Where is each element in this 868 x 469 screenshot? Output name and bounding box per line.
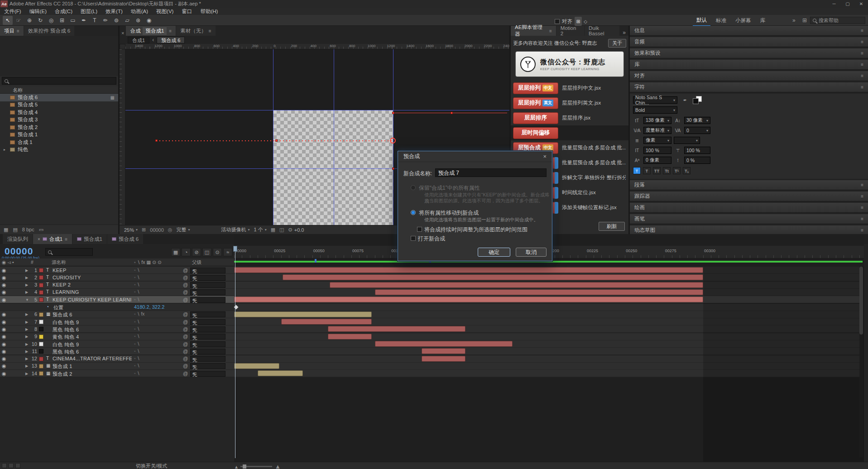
layer-switches[interactable]: ◦ ∖ [134, 268, 140, 273]
pickwhip-icon[interactable]: @ [183, 334, 188, 339]
bit-depth-label[interactable]: 8 bpc [22, 227, 34, 232]
faux-style-button[interactable]: Tt [663, 167, 671, 174]
dialog-title-bar[interactable]: 预合成 × [398, 151, 552, 162]
label-color-swatch[interactable] [39, 297, 43, 302]
pickwhip-icon[interactable]: @ [183, 268, 188, 273]
layer-name[interactable]: 黑色 纯色 6 [53, 326, 79, 333]
toggle-switches-modes-button[interactable]: 切换开关/模式 [136, 463, 167, 469]
layer-row[interactable]: ◉▶14▦预合成 2◦ ∖@无▾ [0, 370, 234, 377]
expand-arrow-icon[interactable]: ▶ [25, 342, 28, 346]
workspace-tab[interactable]: 库 [757, 15, 769, 26]
eraser-tool-icon[interactable]: ▱ [122, 16, 132, 25]
label-color-swatch[interactable] [39, 283, 43, 287]
parent-select[interactable]: 无▾ [190, 289, 225, 295]
rotation-tool-icon[interactable]: ↻ [35, 16, 45, 25]
layer-row[interactable]: ◉▶10白色 纯色 9◦ ∖@无▾ [0, 340, 234, 348]
faux-style-button[interactable]: T [643, 167, 651, 174]
layer-switches[interactable]: ◦ ∖ [134, 371, 140, 376]
expand-arrow-icon[interactable]: ▶ [25, 312, 28, 316]
guide-line[interactable] [273, 49, 273, 225]
font-size-select[interactable]: 138 像素▾ [643, 117, 671, 124]
layer-duration-bar[interactable] [422, 348, 465, 354]
zoom-slider-thumb[interactable] [243, 464, 246, 469]
panel-画笔[interactable]: 画笔≡ [630, 214, 868, 224]
pickwhip-icon[interactable]: @ [183, 326, 188, 332]
script-filename[interactable]: 层层排序.jsx [562, 115, 590, 121]
magnification-select[interactable]: 25%▾ [124, 227, 138, 233]
visibility-eye-icon[interactable]: ◉ [2, 356, 6, 362]
project-item[interactable]: 预合成 2 [0, 124, 118, 131]
panel-段落[interactable]: 段落≡ [630, 180, 868, 190]
panel-menu-icon[interactable]: ≡ [861, 28, 863, 33]
script-run-button[interactable]: 层层排列英文 [513, 97, 558, 109]
layer-switches[interactable]: ◦ ∖ [134, 356, 140, 361]
fill-color-swatch[interactable] [693, 98, 699, 104]
graph-editor-icon[interactable]: ≈ [223, 248, 232, 256]
expand-arrow-icon[interactable]: ▶ [25, 276, 28, 280]
project-item[interactable]: 预合成 4 [0, 109, 118, 116]
clone-stamp-tool-icon[interactable]: ⊚ [111, 16, 121, 25]
guide-line[interactable] [334, 49, 334, 225]
vertical-ruler[interactable] [120, 49, 125, 225]
pickwhip-icon[interactable]: @ [183, 282, 188, 287]
grid-options-icon[interactable]: ⊞ [142, 227, 146, 233]
tracking-select[interactable]: 0▾ [684, 127, 710, 134]
panel-跟踪器[interactable]: 跟踪器≡ [630, 191, 868, 201]
project-item[interactable]: 预合成 6▦ [0, 94, 118, 101]
path-keyframe-handle[interactable] [155, 139, 158, 142]
panel-音频[interactable]: 音频≡ [630, 37, 868, 47]
snapshot-camera-icon[interactable]: ◎ [168, 227, 173, 233]
menu-item[interactable]: 窗口 [177, 8, 196, 15]
layer-name[interactable]: KEEP 2 [53, 282, 71, 287]
frame-blending-icon[interactable]: ◫ [202, 248, 211, 256]
expand-arrow-icon[interactable]: ▶ [25, 357, 28, 361]
project-item[interactable]: 预合成 1 [0, 131, 118, 139]
layer-row[interactable]: ◉▶1TKEEP◦ ∖@无▾ [0, 267, 234, 274]
faux-style-button[interactable]: T₁ [683, 167, 691, 174]
minimize-icon[interactable]: ─ [827, 0, 841, 8]
layer-name[interactable]: LEARNING [53, 289, 79, 295]
motion-blur-icon[interactable]: ⊙ [213, 248, 222, 256]
layer-row[interactable]: ◉▶2TCURIOSITY◦ ∖@无▾ [0, 274, 234, 281]
layer-name[interactable]: 预合成 2 [53, 371, 72, 378]
close-icon[interactable]: × [38, 237, 40, 242]
panel-menu-icon[interactable]: ≡ [861, 73, 863, 78]
expand-arrow-icon[interactable]: ▸ [4, 148, 7, 152]
visibility-eye-icon[interactable]: ◉ [2, 275, 6, 281]
layer-row[interactable]: ◉▶13▦预合成 1◦ ∖@无▾ [0, 363, 234, 370]
layer-name[interactable]: 预合成 1 [53, 363, 72, 370]
comp-marker[interactable] [315, 259, 317, 263]
expand-arrow-icon[interactable]: ▶ [25, 283, 28, 287]
visibility-eye-icon[interactable]: ◉ [2, 326, 6, 332]
panel-menu-icon[interactable]: ≡ [861, 85, 863, 90]
expand-arrow-icon[interactable]: ▼ [25, 298, 29, 302]
source-name-column-header[interactable]: 源名称 [52, 259, 66, 266]
visibility-eye-icon[interactable]: ◉ [2, 334, 6, 340]
menu-item[interactable]: 编辑(E) [25, 8, 51, 15]
layer-switches[interactable]: ◦ ∖ [134, 297, 140, 302]
label-color-swatch[interactable] [39, 268, 43, 273]
selection-handle[interactable] [392, 112, 394, 114]
script-run-button[interactable]: 层层排序 [513, 112, 558, 124]
panel-menu-icon[interactable]: ≡ [65, 237, 67, 242]
menu-item[interactable]: 合成(C) [51, 8, 77, 15]
interpret-footage-icon[interactable]: ▦ [4, 227, 8, 233]
layer-switches[interactable]: ◦ ∖ [134, 341, 140, 346]
font-style-select[interactable]: Bold▾ [633, 106, 677, 114]
panel-效果和预设[interactable]: 效果和预设≡ [630, 48, 868, 58]
layer-switches[interactable]: ◦ ∖ fx [134, 311, 144, 316]
layer-duration-bar[interactable] [330, 282, 703, 288]
layer-switches[interactable]: ◦ ∖ [134, 334, 140, 339]
timeline-zoom-slider[interactable]: ▴ ▲ [235, 463, 281, 469]
expand-arrow-icon[interactable]: ▶ [25, 290, 28, 294]
camera-tool-icon[interactable]: ◎ [46, 16, 56, 25]
expand-arrow-icon[interactable]: ▶ [25, 320, 28, 324]
current-time-indicator[interactable] [235, 246, 235, 458]
selection-tool-icon[interactable]: ↖ [3, 16, 13, 25]
timeline-vertical-scrollbar[interactable] [859, 267, 863, 457]
layer-duration-bar[interactable] [281, 319, 372, 325]
label-color-swatch[interactable] [39, 357, 43, 361]
tab-effect-controls[interactable]: 效果控件 预合成 6 [24, 26, 74, 36]
panel-menu-icon[interactable]: ≡ [861, 205, 863, 210]
visibility-eye-icon[interactable]: ◉ [2, 268, 6, 273]
